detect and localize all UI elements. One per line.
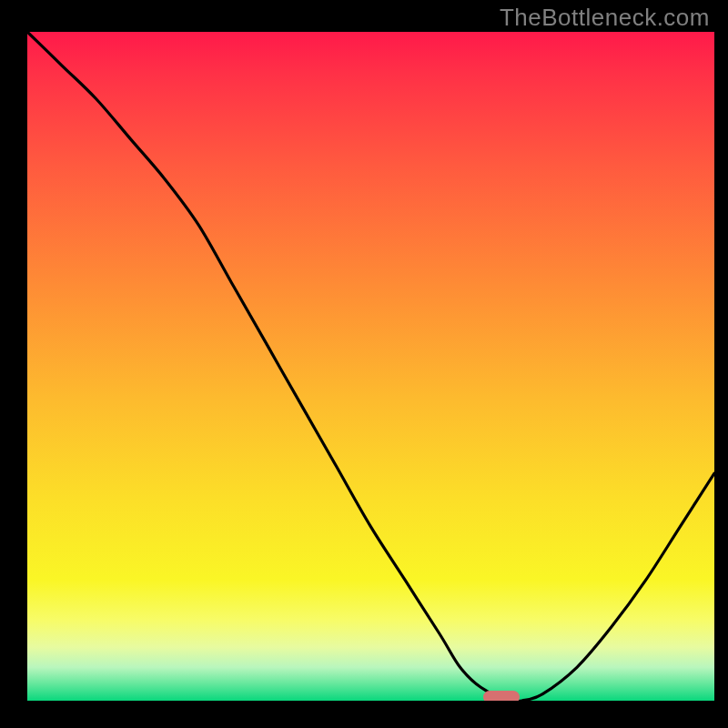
chart-frame: TheBottleneck.com xyxy=(0,0,728,728)
plot-area xyxy=(27,32,714,701)
watermark-text: TheBottleneck.com xyxy=(500,4,710,32)
bottleneck-curve xyxy=(27,32,714,701)
curve-path xyxy=(27,32,714,701)
optimum-marker xyxy=(483,691,519,701)
